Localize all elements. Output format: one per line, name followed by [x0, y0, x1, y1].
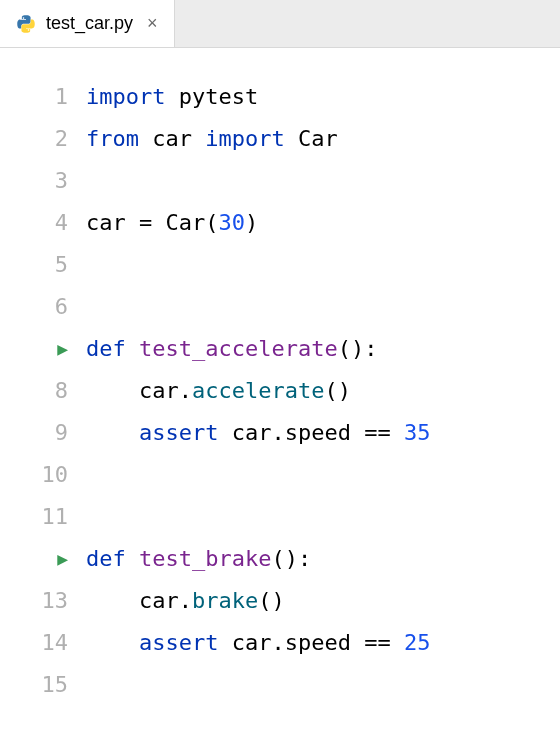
code-content: from car import Car: [86, 118, 338, 160]
code-content: def test_brake():: [86, 538, 311, 580]
file-tab-label: test_car.py: [46, 13, 133, 34]
code-line: 1 import pytest: [0, 76, 560, 118]
file-tab[interactable]: test_car.py ×: [0, 0, 175, 47]
code-content: assert car.speed == 35: [86, 412, 430, 454]
line-number: 9: [0, 412, 86, 454]
code-line: 5: [0, 244, 560, 286]
line-number: 15: [0, 664, 86, 706]
line-number: 5: [0, 244, 86, 286]
code-editor[interactable]: 1 import pytest 2 from car import Car 3 …: [0, 48, 560, 706]
code-content: car.accelerate(): [86, 370, 351, 412]
line-number: 13: [0, 580, 86, 622]
line-number: 4: [0, 202, 86, 244]
code-line: 15: [0, 664, 560, 706]
tab-bar: test_car.py ×: [0, 0, 560, 48]
line-number: 6: [0, 286, 86, 328]
code-line: 11: [0, 496, 560, 538]
line-number: 14: [0, 622, 86, 664]
code-line: 10: [0, 454, 560, 496]
code-content: car.brake(): [86, 580, 285, 622]
run-triangle-icon: ▶: [57, 328, 68, 370]
code-line: 2 from car import Car: [0, 118, 560, 160]
line-number: 8: [0, 370, 86, 412]
code-line: 3: [0, 160, 560, 202]
code-line: 6: [0, 286, 560, 328]
code-line: 14 assert car.speed == 25: [0, 622, 560, 664]
code-line: 13 car.brake(): [0, 580, 560, 622]
line-number: 10: [0, 454, 86, 496]
code-content: car = Car(30): [86, 202, 258, 244]
code-content: assert car.speed == 25: [86, 622, 430, 664]
code-line: ▶ def test_brake():: [0, 538, 560, 580]
run-test-gutter-icon[interactable]: ▶: [0, 328, 86, 370]
code-line: 4 car = Car(30): [0, 202, 560, 244]
run-triangle-icon: ▶: [57, 538, 68, 580]
line-number: 3: [0, 160, 86, 202]
code-line: ▶ def test_accelerate():: [0, 328, 560, 370]
line-number: 2: [0, 118, 86, 160]
code-content: def test_accelerate():: [86, 328, 377, 370]
close-tab-icon[interactable]: ×: [147, 13, 158, 34]
line-number: 1: [0, 76, 86, 118]
line-number: 11: [0, 496, 86, 538]
run-test-gutter-icon[interactable]: ▶: [0, 538, 86, 580]
code-line: 9 assert car.speed == 35: [0, 412, 560, 454]
python-file-icon: [16, 14, 36, 34]
code-content: import pytest: [86, 76, 258, 118]
code-line: 8 car.accelerate(): [0, 370, 560, 412]
